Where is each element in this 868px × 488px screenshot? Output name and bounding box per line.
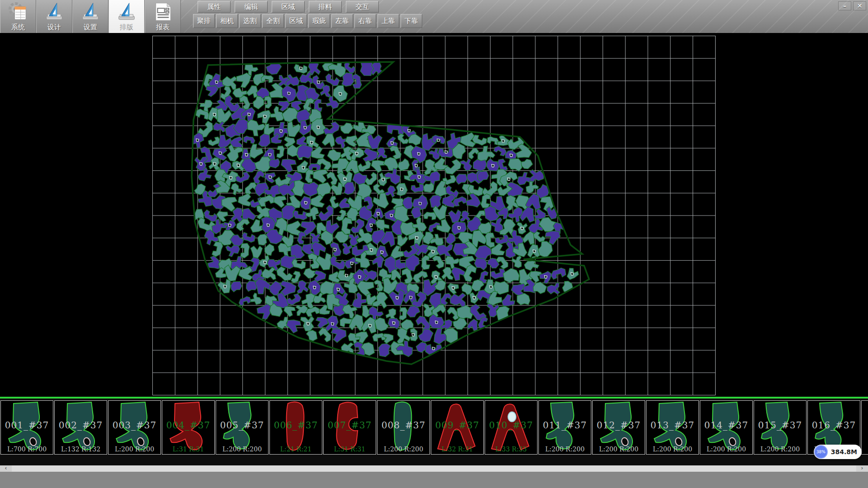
status-bar	[0, 472, 868, 488]
parts-thumbnail-strip: 001_#37L:700 R:700002_#37L:132 R:132003_…	[0, 397, 868, 465]
hide-nesting-layout[interactable]	[0, 33, 868, 397]
settings-icon	[80, 1, 101, 22]
part-id-label: 011_#37	[539, 420, 591, 431]
toolbar: 系统设计设置排版报表 属性编辑区域排料交互 聚排相机选割全割区域瑕疵左靠右靠上靠…	[0, 0, 868, 33]
part-lr-count: L:200 R:200	[593, 446, 645, 453]
tool-button-2[interactable]: 选割	[239, 14, 261, 28]
tool-button-9[interactable]: 下靠	[401, 14, 422, 28]
part-lr-count: L:200 R:200	[700, 446, 752, 453]
window-controls: – ✕	[838, 1, 866, 10]
thumbnail-cell-10[interactable]: 010_#37L:33 R:33	[485, 400, 538, 455]
mode-button-label: 报表	[156, 23, 170, 32]
part-lr-count: L:200 R:200	[754, 446, 806, 453]
thumbnail-cell-9[interactable]: 009_#37L:32 R:31	[431, 400, 484, 455]
thumbnail-list: 001_#37L:700 R:700002_#37L:132 R:132003_…	[0, 400, 868, 455]
part-id-label: 012_#37	[593, 420, 645, 431]
thumbnail-cell-14[interactable]: 014_#37L:200 R:200	[700, 400, 753, 455]
part-lr-count: L:200 R:200	[216, 446, 268, 453]
menu-tab-2[interactable]: 区域	[272, 1, 305, 13]
percent-circle-icon: 38%	[814, 445, 828, 459]
mode-button-system[interactable]: 系统	[0, 0, 36, 33]
thumbnail-cell-17[interactable]	[861, 400, 868, 455]
tool-button-3[interactable]: 全割	[262, 14, 284, 28]
part-lr-count: L:132 R:132	[55, 446, 107, 453]
mode-button-label: 设置	[84, 23, 97, 32]
part-id-label: 010_#37	[485, 420, 537, 431]
mode-button-label: 系统	[11, 23, 25, 32]
part-id-label: 004_#37	[162, 420, 214, 431]
part-id-label: 006_#37	[270, 420, 322, 431]
part-lr-count: L:200 R:200	[377, 446, 429, 453]
thumbnail-cell-15[interactable]: 015_#37L:200 R:200	[754, 400, 807, 455]
thumbnail-cell-13[interactable]: 013_#37L:200 R:200	[646, 400, 699, 455]
tool-button-7[interactable]: 右靠	[354, 14, 376, 28]
mode-button-report[interactable]: 报表	[145, 0, 181, 33]
mode-button-design[interactable]: 设计	[36, 0, 72, 33]
horizontal-scrollbar[interactable]: ‹ ›	[0, 465, 868, 472]
mode-button-label: 排版	[120, 23, 133, 32]
thumbnail-cell-2[interactable]: 002_#37L:132 R:132	[54, 400, 107, 455]
mode-button-group: 系统设计设置排版报表	[0, 0, 181, 33]
tool-button-5[interactable]: 瑕疵	[308, 14, 330, 28]
tool-button-6[interactable]: 左靠	[331, 14, 353, 28]
part-id-label: 009_#37	[431, 420, 483, 431]
part-id-label: 008_#37	[377, 420, 429, 431]
tool-button-row: 聚排相机选割全割区域瑕疵左靠右靠上靠下靠	[193, 14, 422, 28]
part-id-label: 001_#37	[1, 420, 53, 431]
app-window: { "window": { "minimize_glyph": "–", "cl…	[0, 0, 868, 488]
thumbnail-cell-12[interactable]: 012_#37L:200 R:200	[592, 400, 645, 455]
part-id-label: 002_#37	[55, 420, 107, 431]
part-id-label: 003_#37	[108, 420, 160, 431]
menu-tab-3[interactable]: 排料	[309, 1, 342, 13]
thumbnail-cell-6[interactable]: 006_#37L:21 R:21	[269, 400, 322, 455]
mode-button-label: 设计	[47, 23, 61, 32]
thumbnail-cell-5[interactable]: 005_#37L:200 R:200	[216, 400, 269, 455]
part-lr-count: L:33 R:33	[485, 446, 537, 453]
part-lr-count: L:31 R:31	[162, 446, 214, 453]
tool-button-1[interactable]: 相机	[216, 14, 238, 28]
part-id-label: 015_#37	[754, 420, 806, 431]
tool-button-8[interactable]: 上靠	[377, 14, 399, 28]
close-button[interactable]: ✕	[853, 1, 866, 10]
tool-button-4[interactable]: 区域	[285, 14, 307, 28]
nesting-icon	[116, 1, 137, 22]
part-id-label: 014_#37	[700, 420, 752, 431]
part-id-label: 013_#37	[646, 420, 698, 431]
part-lr-count: L:31 R:31	[324, 446, 376, 453]
thumbnail-cell-11[interactable]: 011_#37L:200 R:200	[538, 400, 591, 455]
part-lr-count: L:200 R:200	[108, 446, 160, 453]
menu-tab-4[interactable]: 交互	[346, 1, 379, 13]
system-icon	[8, 1, 28, 22]
mode-button-nesting[interactable]: 排版	[108, 0, 145, 33]
part-id-label: 005_#37	[216, 420, 268, 431]
thumbnail-cell-7[interactable]: 007_#37L:31 R:31	[323, 400, 376, 455]
memory-status-badge[interactable]: 38% 384.8M	[814, 445, 862, 459]
thumbnail-cell-4[interactable]: 004_#37L:31 R:31	[162, 400, 215, 455]
thumbnail-cell-8[interactable]: 008_#37L:200 R:200	[377, 400, 430, 455]
mode-button-settings[interactable]: 设置	[72, 0, 108, 33]
tool-button-0[interactable]: 聚排	[193, 14, 215, 28]
part-lr-count: L:32 R:31	[431, 446, 483, 453]
scroll-left-arrow-icon[interactable]: ‹	[0, 465, 12, 472]
nesting-canvas[interactable]	[0, 33, 868, 397]
part-lr-count: L:21 R:21	[270, 446, 322, 453]
menu-tab-1[interactable]: 编辑	[235, 1, 268, 13]
part-id-label: 007_#37	[324, 420, 376, 431]
part-lr-count: L:200 R:200	[539, 446, 591, 453]
thumbnail-cell-3[interactable]: 003_#37L:200 R:200	[108, 400, 161, 455]
design-icon	[44, 1, 65, 22]
part-lr-count: L:700 R:700	[1, 446, 53, 453]
thumbnail-cell-1[interactable]: 001_#37L:700 R:700	[0, 400, 53, 455]
memory-value: 384.8M	[831, 448, 857, 455]
report-icon	[152, 1, 173, 22]
menu-tab-row: 属性编辑区域排料交互	[198, 1, 379, 13]
part-id-label: 016_#37	[808, 420, 860, 431]
minimize-button[interactable]: –	[838, 1, 851, 10]
menu-tab-0[interactable]: 属性	[198, 1, 231, 13]
part-shape-icon	[862, 401, 868, 454]
part-lr-count: L:200 R:200	[646, 446, 698, 453]
scroll-right-arrow-icon[interactable]: ›	[856, 465, 868, 472]
